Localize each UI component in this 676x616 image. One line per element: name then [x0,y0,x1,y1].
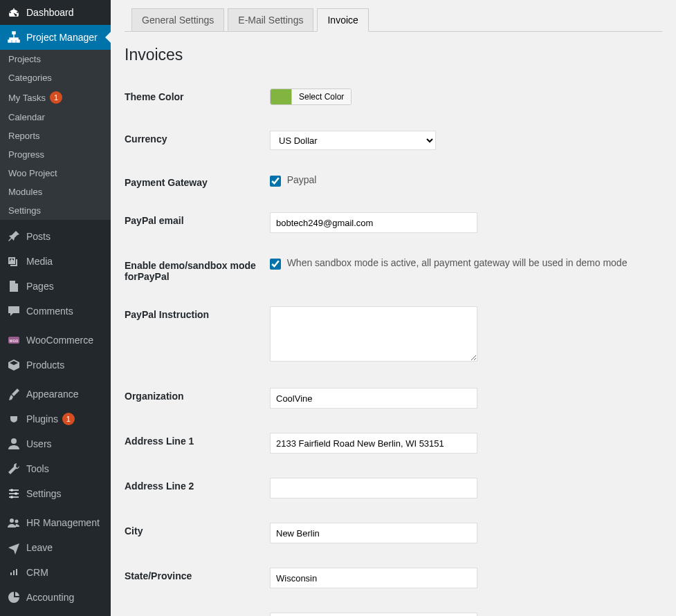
sidebar-item-posts[interactable]: Posts [0,224,111,249]
checkbox-sandbox-label: When sandbox mode is active, all payment… [287,257,628,268]
sidebar-item-plugins[interactable]: Plugins 1 [0,407,111,431]
pin-icon [7,230,21,243]
pie-icon [7,590,21,604]
sidebar-item-settings[interactable]: Settings [0,481,111,506]
checkbox-paypal-wrapper[interactable]: Paypal [270,175,316,185]
submenu-item-calendar[interactable]: Calendar [0,108,111,127]
label-theme-color: Theme Color [125,88,270,102]
page-title: Invoices [125,46,662,64]
submenu-item-woo-project[interactable]: Woo Project [0,164,111,183]
row-address2: Address Line 2 [125,467,662,498]
submenu-item-reports[interactable]: Reports [0,127,111,145]
sidebar-item-tools[interactable]: Tools [0,456,111,481]
label-organization: Organization [125,388,270,402]
label-paypal-email: PayPal email [125,212,270,226]
row-paypal-email: PayPal email [125,202,662,233]
zip-input[interactable] [270,613,477,616]
color-picker: Select Color [270,88,351,105]
menu-label: Appearance [26,389,79,400]
sidebar-item-products[interactable]: Products [0,353,111,377]
submenu-project-manager: Projects Categories My Tasks 1 Calendar … [0,50,111,220]
row-paypal-instruction: PayPal Instruction [125,296,662,364]
svg-point-2 [11,438,17,444]
menu-label: Products [26,360,64,371]
menu-label: Pages [26,281,54,292]
sidebar-item-hr-management[interactable]: HR Management [0,510,111,535]
submenu-item-settings[interactable]: Settings [0,201,111,220]
menu-label: CRM [26,567,48,578]
row-payment-gateway: Payment Gateway Paypal [125,164,662,188]
menu-label: Dashboard [26,7,74,18]
address2-input[interactable] [270,478,477,498]
plane-icon [7,541,21,554]
sidebar-item-project-manager[interactable]: Project Manager [0,25,111,50]
sidebar-item-media[interactable]: Media [0,249,111,274]
sidebar-item-woocommerce[interactable]: woo WooCommerce [0,328,111,353]
menu-label: Plugins [26,413,58,424]
menu-label: Users [26,438,52,449]
user-icon [7,437,21,451]
svg-point-4 [15,492,17,495]
menu-label: HR Management [26,517,100,528]
row-state: State/Province [125,557,662,588]
paypal-email-input[interactable] [270,212,477,233]
sidebar-item-dashboard[interactable]: Dashboard [0,0,111,25]
tab-general-settings[interactable]: General Settings [131,8,224,32]
svg-text:woo: woo [9,338,19,343]
row-currency: Currency US Dollar [125,120,662,150]
checkbox-paypal[interactable] [270,176,281,187]
row-organization: Organization [125,377,662,409]
sitemap-icon [7,30,21,44]
submenu-label: My Tasks [8,93,46,103]
tab-invoice[interactable]: Invoice [317,8,368,32]
sidebar-item-appearance[interactable]: Appearance [0,382,111,407]
checkbox-sandbox[interactable] [270,259,281,270]
plug-icon [7,412,21,426]
label-sandbox: Enable demo/sandbox mode forPayPal [125,257,270,282]
row-sandbox: Enable demo/sandbox mode forPayPal When … [125,247,662,282]
box-icon [7,358,21,372]
submenu-item-my-tasks[interactable]: My Tasks 1 [0,87,111,108]
submenu-item-categories[interactable]: Categories [0,68,111,87]
sidebar-item-comments[interactable]: Comments [0,299,111,324]
state-input[interactable] [270,568,477,588]
sidebar-item-leave[interactable]: Leave [0,535,111,560]
address1-input[interactable] [270,433,477,454]
city-input[interactable] [270,523,477,543]
tab-email-settings[interactable]: E-Mail Settings [228,8,313,32]
menu-label: Media [26,256,53,267]
row-zip: Zip/Postal Code [125,602,662,616]
submenu-item-projects[interactable]: Projects [0,50,111,68]
admin-sidebar: Dashboard Project Manager Projects Categ… [0,0,111,616]
label-payment-gateway: Payment Gateway [125,174,270,188]
sidebar-item-users[interactable]: Users [0,431,111,456]
svg-point-7 [15,520,19,523]
chart-icon [7,566,21,579]
submenu-item-progress[interactable]: Progress [0,145,111,164]
label-address1: Address Line 1 [125,433,270,447]
badge-count: 1 [62,413,75,425]
sidebar-item-accounting[interactable]: Accounting [0,585,111,610]
select-color-button[interactable]: Select Color [291,89,351,104]
paypal-instruction-textarea[interactable] [270,306,477,362]
sidebar-item-pages[interactable]: Pages [0,274,111,299]
wrench-icon [7,462,21,476]
currency-select[interactable]: US Dollar [270,131,436,150]
organization-input[interactable] [270,388,477,409]
menu-label: WooCommerce [26,335,93,346]
sliders-icon [7,487,21,501]
users-icon [7,516,21,530]
row-address1: Address Line 1 [125,422,662,454]
main-content: General Settings E-Mail Settings Invoice… [111,0,676,616]
checkbox-sandbox-wrapper[interactable]: When sandbox mode is active, all payment… [270,258,627,268]
label-paypal-instruction: PayPal Instruction [125,306,270,320]
menu-label: Settings [26,488,62,499]
checkbox-paypal-label: Paypal [287,174,317,185]
dashboard-icon [7,6,21,19]
submenu-item-modules[interactable]: Modules [0,183,111,201]
brush-icon [7,387,21,401]
sidebar-item-crm[interactable]: CRM [0,560,111,585]
menu-label: Project Manager [26,32,98,43]
color-swatch[interactable] [271,89,291,104]
label-zip: Zip/Postal Code [125,613,270,616]
